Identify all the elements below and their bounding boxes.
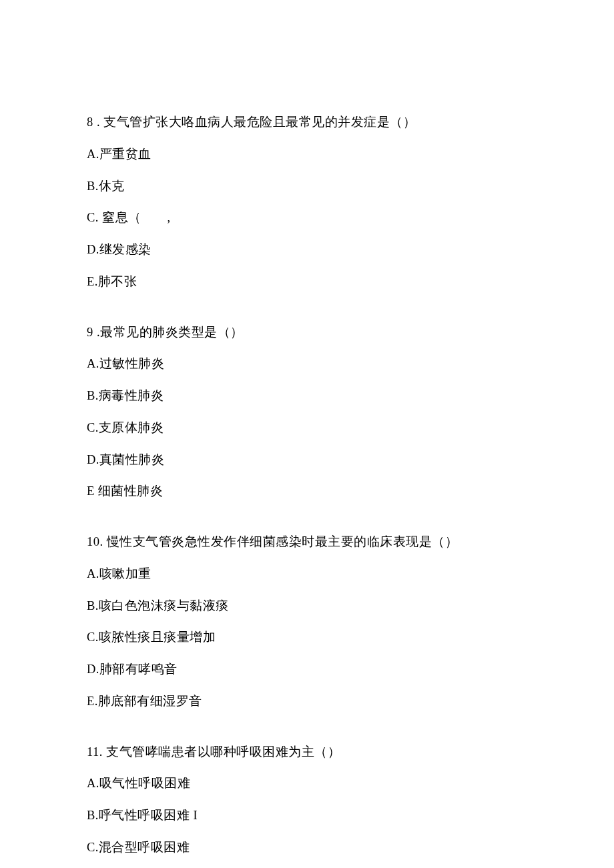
option-e: E.肺底部有细湿罗音: [87, 693, 527, 711]
option-c: C. 窒息（ ,: [87, 209, 527, 228]
option-b: B.病毒性肺炎: [87, 387, 527, 406]
option-b: B.呼气性呼吸困难 I: [87, 807, 527, 825]
question-stem: 9 .最常见的肺炎类型是（）: [87, 324, 527, 342]
option-b: B.咳白色泡沫痰与黏液痰: [87, 597, 527, 616]
question-stem: 10. 慢性支气管炎急性发作伴细菌感染时最主要的临床表现是（）: [87, 533, 527, 552]
option-c: C.咳脓性痰且痰量增加: [87, 628, 527, 647]
question-9: 9 .最常见的肺炎类型是（） A.过敏性肺炎 B.病毒性肺炎 C.支原体肺炎 D…: [87, 324, 527, 502]
option-a: A.咳嗽加重: [87, 565, 527, 584]
question-10: 10. 慢性支气管炎急性发作伴细菌感染时最主要的临床表现是（） A.咳嗽加重 B…: [87, 533, 527, 711]
option-e: E.肺不张: [87, 273, 527, 292]
question-stem: 8 . 支气管扩张大咯血病人最危险且最常见的并发症是（）: [87, 113, 527, 132]
option-e: E 细菌性肺炎: [87, 482, 527, 501]
option-a: A.过敏性肺炎: [87, 355, 527, 374]
question-number: 11.: [87, 745, 103, 759]
question-text: .最常见的肺炎类型是（）: [93, 326, 244, 339]
question-text: 支气管哮喘患者以哪种呼吸困难为主（）: [103, 745, 340, 759]
question-text: 慢性支气管炎急性发作伴细菌感染时最主要的临床表现是（）: [103, 535, 458, 548]
option-a: A.严重贫血: [87, 145, 527, 164]
option-c: C.混合型呼吸困难: [87, 839, 527, 857]
question-number: 10.: [87, 535, 103, 548]
question-text: . 支气管扩张大咯血病人最危险且最常见的并发症是（）: [93, 115, 416, 129]
option-d: D.肺部有哮鸣音: [87, 661, 527, 679]
document-page: 8 . 支气管扩张大咯血病人最危险且最常见的并发症是（） A.严重贫血 B.休克…: [0, 0, 614, 868]
option-c: C.支原体肺炎: [87, 419, 527, 438]
option-a: A.吸气性呼吸困难: [87, 775, 527, 793]
option-d: D.真菌性肺炎: [87, 451, 527, 470]
question-stem: 11. 支气管哮喘患者以哪种呼吸困难为主（）: [87, 743, 527, 762]
question-number: 9: [87, 326, 93, 339]
question-8: 8 . 支气管扩张大咯血病人最危险且最常见的并发症是（） A.严重贫血 B.休克…: [87, 113, 527, 292]
option-d: D.继发感染: [87, 241, 527, 260]
question-11: 11. 支气管哮喘患者以哪种呼吸困难为主（） A.吸气性呼吸困难 B.呼气性呼吸…: [87, 743, 527, 857]
question-number: 8: [87, 115, 93, 129]
option-b: B.休克: [87, 177, 527, 196]
